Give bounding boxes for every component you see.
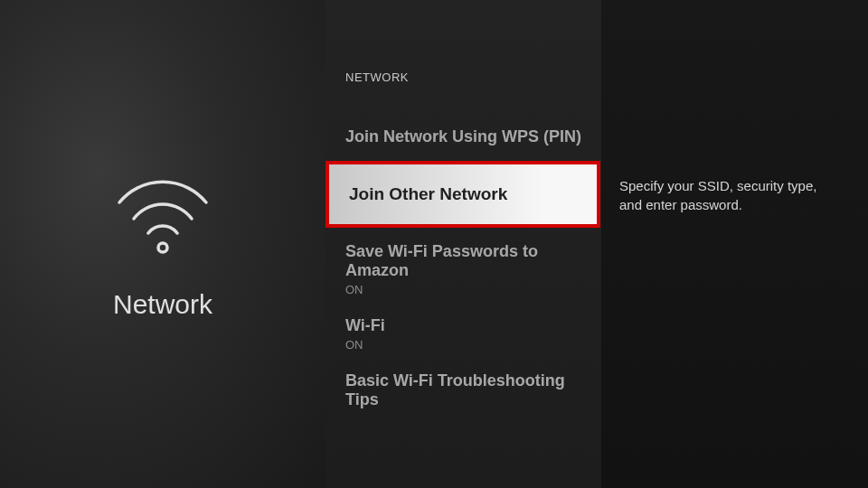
section-header: NETWORK — [345, 70, 601, 84]
menu-item-troubleshooting[interactable]: Basic Wi-Fi Troubleshooting Tips — [345, 371, 601, 409]
menu-panel: NETWORK Join Network Using WPS (PIN) Joi… — [326, 0, 601, 488]
description-panel: Specify your SSID, security type, and en… — [601, 0, 868, 488]
menu-label: Join Other Network — [349, 184, 577, 204]
menu-status: ON — [345, 283, 590, 296]
svg-point-0 — [158, 243, 167, 252]
left-panel: Network — [0, 0, 326, 488]
left-panel-title: Network — [113, 289, 212, 320]
menu-status: ON — [345, 338, 590, 352]
menu-label: Join Network Using WPS (PIN) — [345, 127, 590, 146]
menu-item-join-other-network[interactable]: Join Other Network — [326, 161, 601, 228]
description-text: Specify your SSID, security type, and en… — [619, 176, 841, 214]
menu-label: Wi-Fi — [345, 316, 590, 335]
settings-screen: Network NETWORK Join Network Using WPS (… — [0, 0, 868, 488]
menu-label: Basic Wi-Fi Troubleshooting Tips — [345, 371, 590, 409]
menu-item-wifi[interactable]: Wi-Fi ON — [345, 316, 601, 352]
wifi-icon — [108, 168, 217, 262]
menu-item-wps-pin[interactable]: Join Network Using WPS (PIN) — [345, 127, 601, 146]
menu-label: Save Wi-Fi Passwords to Amazon — [345, 242, 590, 280]
menu-item-save-passwords[interactable]: Save Wi-Fi Passwords to Amazon ON — [345, 242, 601, 296]
selected-highlight: Join Other Network — [326, 161, 600, 228]
